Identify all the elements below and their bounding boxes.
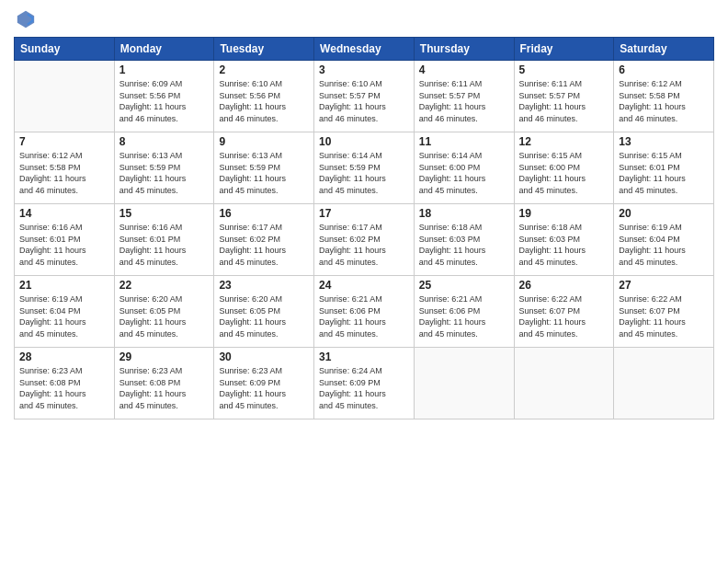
day-cell: 26Sunrise: 6:22 AM Sunset: 6:07 PM Dayli… [514,276,614,348]
weekday-saturday: Saturday [614,38,714,61]
day-cell: 22Sunrise: 6:20 AM Sunset: 6:05 PM Dayli… [114,276,214,348]
day-cell: 12Sunrise: 6:15 AM Sunset: 6:00 PM Dayli… [514,132,614,204]
day-number: 31 [319,350,409,363]
day-info: Sunrise: 6:12 AM Sunset: 5:58 PM Dayligh… [619,78,709,124]
day-cell: 28Sunrise: 6:23 AM Sunset: 6:08 PM Dayli… [15,348,115,419]
logo-icon [16,9,36,29]
day-info: Sunrise: 6:13 AM Sunset: 5:59 PM Dayligh… [219,150,309,196]
day-info: Sunrise: 6:17 AM Sunset: 6:02 PM Dayligh… [319,222,409,268]
day-cell: 24Sunrise: 6:21 AM Sunset: 6:06 PM Dayli… [314,276,415,348]
day-cell: 6Sunrise: 6:12 AM Sunset: 5:58 PM Daylig… [614,61,714,132]
week-row-2: 7Sunrise: 6:12 AM Sunset: 5:58 PM Daylig… [15,132,714,204]
day-cell: 15Sunrise: 6:16 AM Sunset: 6:01 PM Dayli… [114,204,214,276]
day-number: 27 [619,279,709,292]
day-cell: 14Sunrise: 6:16 AM Sunset: 6:01 PM Dayli… [15,204,115,276]
weekday-tuesday: Tuesday [214,38,314,61]
day-cell: 10Sunrise: 6:14 AM Sunset: 5:59 PM Dayli… [314,132,415,204]
day-number: 29 [119,350,210,363]
day-number: 1 [119,63,210,76]
day-number: 24 [319,279,409,292]
day-info: Sunrise: 6:18 AM Sunset: 6:03 PM Dayligh… [419,222,509,268]
day-cell: 18Sunrise: 6:18 AM Sunset: 6:03 PM Dayli… [414,204,514,276]
day-info: Sunrise: 6:17 AM Sunset: 6:02 PM Dayligh… [219,222,309,268]
day-info: Sunrise: 6:10 AM Sunset: 5:57 PM Dayligh… [319,78,409,124]
day-info: Sunrise: 6:22 AM Sunset: 6:07 PM Dayligh… [519,293,609,339]
day-info: Sunrise: 6:23 AM Sunset: 6:08 PM Dayligh… [119,365,210,411]
week-row-1: 1Sunrise: 6:09 AM Sunset: 5:56 PM Daylig… [15,61,714,132]
day-number: 30 [219,350,309,363]
day-number: 11 [419,135,509,148]
day-info: Sunrise: 6:22 AM Sunset: 6:07 PM Dayligh… [619,293,709,339]
weekday-friday: Friday [514,38,614,61]
day-info: Sunrise: 6:11 AM Sunset: 5:57 PM Dayligh… [419,78,509,124]
logo [14,9,36,29]
day-cell: 2Sunrise: 6:10 AM Sunset: 5:56 PM Daylig… [214,61,314,132]
day-info: Sunrise: 6:12 AM Sunset: 5:58 PM Dayligh… [19,150,109,196]
day-number: 25 [419,279,509,292]
day-number: 6 [619,63,709,76]
day-cell: 16Sunrise: 6:17 AM Sunset: 6:02 PM Dayli… [214,204,314,276]
day-number: 7 [19,135,109,148]
day-number: 4 [419,63,509,76]
day-number: 9 [219,135,309,148]
day-number: 22 [119,279,210,292]
weekday-monday: Monday [114,38,214,61]
day-number: 18 [419,207,509,220]
day-number: 13 [619,135,709,148]
weekday-header-row: SundayMondayTuesdayWednesdayThursdayFrid… [15,38,714,61]
day-info: Sunrise: 6:14 AM Sunset: 5:59 PM Dayligh… [319,150,409,196]
day-info: Sunrise: 6:13 AM Sunset: 5:59 PM Dayligh… [119,150,210,196]
day-cell: 27Sunrise: 6:22 AM Sunset: 6:07 PM Dayli… [614,276,714,348]
day-info: Sunrise: 6:16 AM Sunset: 6:01 PM Dayligh… [119,222,210,268]
day-number: 26 [519,279,609,292]
weekday-wednesday: Wednesday [314,38,415,61]
day-cell: 29Sunrise: 6:23 AM Sunset: 6:08 PM Dayli… [114,348,214,419]
day-info: Sunrise: 6:19 AM Sunset: 6:04 PM Dayligh… [19,293,109,339]
day-cell: 9Sunrise: 6:13 AM Sunset: 5:59 PM Daylig… [214,132,314,204]
day-cell: 4Sunrise: 6:11 AM Sunset: 5:57 PM Daylig… [414,61,514,132]
day-cell [414,348,514,419]
calendar-page: SundayMondayTuesdayWednesdayThursdayFrid… [0,0,728,563]
week-row-5: 28Sunrise: 6:23 AM Sunset: 6:08 PM Dayli… [15,348,714,419]
day-cell: 8Sunrise: 6:13 AM Sunset: 5:59 PM Daylig… [114,132,214,204]
day-cell: 21Sunrise: 6:19 AM Sunset: 6:04 PM Dayli… [15,276,115,348]
day-cell: 13Sunrise: 6:15 AM Sunset: 6:01 PM Dayli… [614,132,714,204]
day-cell: 31Sunrise: 6:24 AM Sunset: 6:09 PM Dayli… [314,348,415,419]
day-cell [514,348,614,419]
day-cell: 5Sunrise: 6:11 AM Sunset: 5:57 PM Daylig… [514,61,614,132]
day-cell: 25Sunrise: 6:21 AM Sunset: 6:06 PM Dayli… [414,276,514,348]
weekday-thursday: Thursday [414,38,514,61]
day-number: 23 [219,279,309,292]
day-info: Sunrise: 6:15 AM Sunset: 6:00 PM Dayligh… [519,150,609,196]
day-info: Sunrise: 6:23 AM Sunset: 6:08 PM Dayligh… [19,365,109,411]
weekday-sunday: Sunday [15,38,115,61]
day-cell [614,348,714,419]
day-cell: 7Sunrise: 6:12 AM Sunset: 5:58 PM Daylig… [15,132,115,204]
day-info: Sunrise: 6:20 AM Sunset: 6:05 PM Dayligh… [219,293,309,339]
day-cell: 1Sunrise: 6:09 AM Sunset: 5:56 PM Daylig… [114,61,214,132]
week-row-4: 21Sunrise: 6:19 AM Sunset: 6:04 PM Dayli… [15,276,714,348]
day-cell: 11Sunrise: 6:14 AM Sunset: 6:00 PM Dayli… [414,132,514,204]
calendar-table: SundayMondayTuesdayWednesdayThursdayFrid… [14,37,714,419]
day-number: 14 [19,207,109,220]
day-cell: 17Sunrise: 6:17 AM Sunset: 6:02 PM Dayli… [314,204,415,276]
day-number: 5 [519,63,609,76]
day-number: 3 [319,63,409,76]
day-info: Sunrise: 6:09 AM Sunset: 5:56 PM Dayligh… [119,78,210,124]
day-info: Sunrise: 6:23 AM Sunset: 6:09 PM Dayligh… [219,365,309,411]
day-info: Sunrise: 6:14 AM Sunset: 6:00 PM Dayligh… [419,150,509,196]
day-cell: 30Sunrise: 6:23 AM Sunset: 6:09 PM Dayli… [214,348,314,419]
day-cell: 3Sunrise: 6:10 AM Sunset: 5:57 PM Daylig… [314,61,415,132]
day-info: Sunrise: 6:18 AM Sunset: 6:03 PM Dayligh… [519,222,609,268]
week-row-3: 14Sunrise: 6:16 AM Sunset: 6:01 PM Dayli… [15,204,714,276]
day-cell: 19Sunrise: 6:18 AM Sunset: 6:03 PM Dayli… [514,204,614,276]
day-number: 12 [519,135,609,148]
day-info: Sunrise: 6:21 AM Sunset: 6:06 PM Dayligh… [319,293,409,339]
day-number: 10 [319,135,409,148]
day-number: 16 [219,207,309,220]
day-cell: 20Sunrise: 6:19 AM Sunset: 6:04 PM Dayli… [614,204,714,276]
header [14,9,714,29]
day-info: Sunrise: 6:10 AM Sunset: 5:56 PM Dayligh… [219,78,309,124]
day-number: 8 [119,135,210,148]
day-info: Sunrise: 6:19 AM Sunset: 6:04 PM Dayligh… [619,222,709,268]
